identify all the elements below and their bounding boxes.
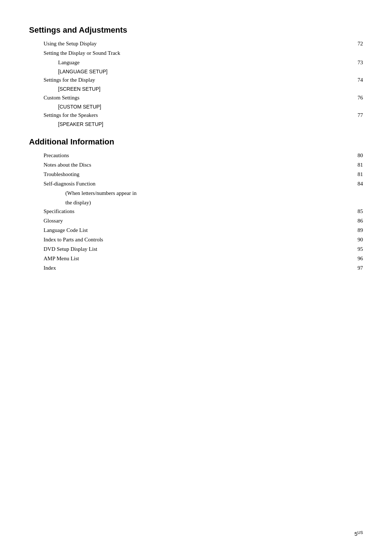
page-number-area: 5US — [354, 530, 363, 537]
toc-label: AMP Menu List — [44, 254, 79, 263]
toc-page: 97 — [358, 264, 363, 272]
toc-label: DVD Setup Display List — [44, 245, 97, 253]
toc-page: 72 — [358, 39, 363, 48]
toc-label: Glossary — [44, 216, 63, 225]
page-suffix: US — [358, 530, 363, 535]
toc-label: Troubleshooting — [44, 170, 79, 179]
toc-item-amp-menu: AMP Menu List 96 — [29, 254, 363, 263]
toc-label: Notes about the Discs — [44, 160, 91, 169]
toc-item-custom-settings: Custom Settings 76 — [29, 93, 363, 102]
toc-page: 84 — [358, 179, 363, 188]
toc-label: Language Code List — [44, 226, 88, 234]
toc-page: 95 — [358, 245, 363, 253]
toc-item-glossary: Glossary 86 — [29, 216, 363, 225]
toc-label: the display) — [65, 200, 91, 205]
toc-dots — [79, 260, 357, 260]
toc-dots — [88, 232, 357, 232]
toc-label: Precautions — [44, 151, 69, 160]
toc-item-index-parts: Index to Parts and Controls 90 — [29, 235, 363, 244]
toc-dots — [79, 99, 357, 99]
bracket-speaker-setup: [SPEAKER SETUP] — [29, 120, 363, 128]
toc-page: 81 — [358, 160, 363, 169]
bracket-label: [SCREEN SETUP] — [29, 85, 363, 93]
page-number: 5 — [354, 531, 357, 537]
toc-label: Language — [58, 58, 79, 67]
toc-item-the-display: the display) — [29, 198, 363, 207]
bracket-custom-setup: [CUSTOM SETUP] — [29, 103, 363, 111]
toc-label: Settings for the Display — [44, 76, 95, 84]
toc-item-specifications: Specifications 85 — [29, 207, 363, 216]
toc-item-dvd-setup: DVD Setup Display List 95 — [29, 245, 363, 253]
bracket-screen-setup: [SCREEN SETUP] — [29, 85, 363, 93]
toc-label: Using the Setup Display — [44, 39, 97, 48]
toc-label: Self-diagnosis Function — [44, 179, 95, 188]
toc-dots — [97, 45, 357, 45]
toc-page: 81 — [358, 170, 363, 179]
toc-dots — [79, 176, 357, 176]
additional-section: Additional Information Precautions 80 No… — [29, 137, 363, 272]
toc-label: Index to Parts and Controls — [44, 235, 103, 244]
toc-dots — [97, 250, 357, 251]
toc-item-settings-display: Settings for the Display 74 — [29, 76, 363, 84]
toc-dots — [74, 213, 357, 213]
toc-dots — [79, 64, 357, 64]
toc-page: 77 — [358, 111, 363, 119]
toc-dots — [95, 185, 357, 185]
toc-dots — [98, 117, 357, 117]
toc-page: 74 — [358, 76, 363, 84]
toc-page: 73 — [358, 58, 363, 67]
toc-dots — [63, 222, 357, 223]
toc-item-speakers: Settings for the Speakers 77 — [29, 111, 363, 119]
toc-item-index: Index 97 — [29, 264, 363, 272]
toc-label: Setting the Display or Sound Track — [44, 49, 120, 57]
toc-dots — [56, 269, 357, 270]
toc-dots — [95, 81, 357, 82]
toc-dots — [103, 241, 357, 241]
toc-item-language-code: Language Code List 89 — [29, 226, 363, 234]
toc-label: Specifications — [44, 207, 74, 216]
bracket-language-setup: [LANGUAGE SETUP] — [29, 68, 363, 76]
toc-item-troubleshooting: Troubleshooting 81 — [29, 170, 363, 179]
toc-label: Settings for the Speakers — [44, 111, 98, 119]
bracket-label: [CUSTOM SETUP] — [29, 103, 363, 111]
toc-item-language: Language 73 — [29, 58, 363, 67]
bracket-label: [SPEAKER SETUP] — [29, 120, 363, 128]
toc-item-precautions: Precautions 80 — [29, 151, 363, 160]
toc-item-when-letters: (When letters/numbers appear in — [29, 189, 363, 197]
settings-section: Settings and Adjustments Using the Setup… — [29, 25, 363, 128]
toc-label: Index — [44, 264, 56, 272]
toc-page: 85 — [358, 207, 363, 216]
toc-page: 90 — [358, 235, 363, 244]
toc-page: 96 — [358, 254, 363, 263]
bracket-label: [LANGUAGE SETUP] — [29, 68, 363, 76]
toc-item-notes-discs: Notes about the Discs 81 — [29, 160, 363, 169]
toc-label: Custom Settings — [44, 93, 79, 102]
toc-page: 80 — [358, 151, 363, 160]
toc-dots — [69, 157, 357, 157]
toc-item-setting-display: Setting the Display or Sound Track — [29, 49, 363, 57]
toc-page: 86 — [358, 216, 363, 225]
additional-heading: Additional Information — [29, 137, 363, 147]
toc-label: (When letters/numbers appear in — [65, 189, 136, 197]
page-container: Settings and Adjustments Using the Setup… — [0, 0, 392, 310]
toc-item-using-setup: Using the Setup Display 72 — [29, 39, 363, 48]
toc-dots — [91, 166, 357, 167]
settings-heading: Settings and Adjustments — [29, 25, 363, 35]
toc-page: 76 — [358, 93, 363, 102]
toc-page: 89 — [358, 226, 363, 234]
toc-item-self-diagnosis: Self-diagnosis Function 84 — [29, 179, 363, 188]
